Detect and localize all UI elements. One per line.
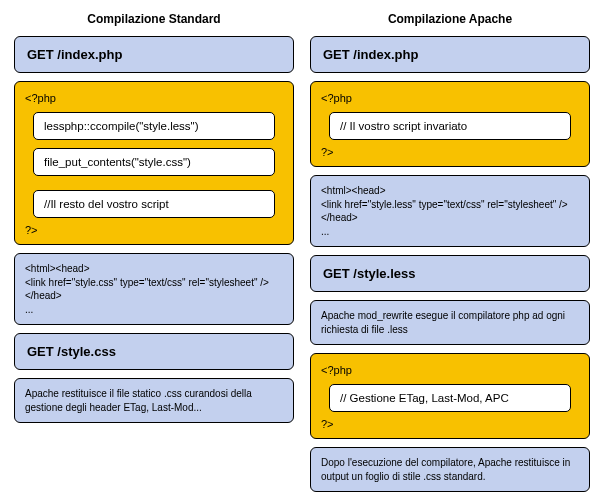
php-open: <?php (321, 92, 579, 104)
html-line: </head> (25, 289, 283, 303)
diagram-columns: Compilazione Standard GET /index.php <?p… (0, 0, 604, 500)
php-block-left: <?php lessphp::ccompile("style.less") fi… (14, 81, 294, 245)
column-apache: Compilazione Apache GET /index.php <?php… (310, 12, 590, 500)
note-left: Apache restituisce il file statico .css … (14, 378, 294, 423)
code-line: // Gestione ETag, Last-Mod, APC (329, 384, 571, 412)
php-open: <?php (321, 364, 579, 376)
code-line: //Il resto del vostro script (33, 190, 275, 218)
column-title-apache: Compilazione Apache (310, 12, 590, 26)
html-line: <html><head> (25, 262, 283, 276)
code-line: lessphp::ccompile("style.less") (33, 112, 275, 140)
note-right-1: Apache mod_rewrite esegue il compilatore… (310, 300, 590, 345)
note-right-2: Dopo l'esecuzione del compilatore, Apach… (310, 447, 590, 492)
request-css-left: GET /style.css (14, 333, 294, 370)
request-index-left: GET /index.php (14, 36, 294, 73)
html-line: ... (321, 225, 579, 239)
request-less-right: GET /style.less (310, 255, 590, 292)
php-block-right-1: <?php // Il vostro script invariato ?> (310, 81, 590, 167)
php-block-right-2: <?php // Gestione ETag, Last-Mod, APC ?> (310, 353, 590, 439)
html-output-right: <html><head> <link href="style.less" typ… (310, 175, 590, 247)
column-title-standard: Compilazione Standard (14, 12, 294, 26)
html-line: <link href="style.less" type="text/css" … (321, 198, 579, 212)
request-index-right: GET /index.php (310, 36, 590, 73)
php-close: ?> (25, 224, 283, 236)
code-line: // Il vostro script invariato (329, 112, 571, 140)
php-close: ?> (321, 418, 579, 430)
html-line: <link href="style.css" type="text/css" r… (25, 276, 283, 290)
html-output-left: <html><head> <link href="style.css" type… (14, 253, 294, 325)
column-standard: Compilazione Standard GET /index.php <?p… (14, 12, 294, 500)
html-line: ... (25, 303, 283, 317)
php-open: <?php (25, 92, 283, 104)
html-line: </head> (321, 211, 579, 225)
code-line: file_put_contents("style.css") (33, 148, 275, 176)
html-line: <html><head> (321, 184, 579, 198)
php-close: ?> (321, 146, 579, 158)
